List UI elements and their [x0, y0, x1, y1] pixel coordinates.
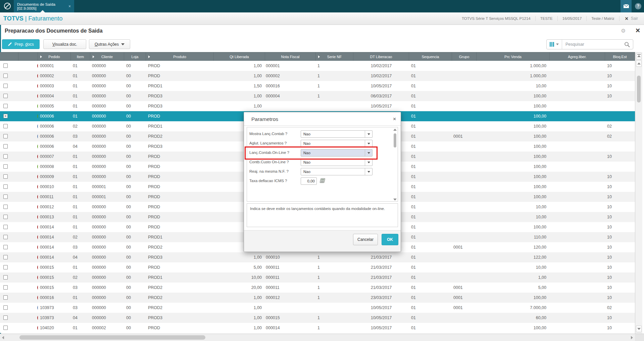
column-header-pedido[interactable]: Pedido — [38, 52, 71, 61]
table-row[interactable]: 0000040100000000PROD31,00000004106/03/20… — [0, 91, 635, 101]
row-checkbox[interactable] — [3, 144, 8, 148]
mail-button[interactable] — [621, 0, 632, 12]
row-checkbox[interactable]: ✕ — [3, 114, 8, 118]
row-checkbox[interactable] — [3, 74, 8, 78]
search-input[interactable] — [562, 42, 624, 47]
table-row[interactable]: 0000140400000000PROD31,00000010121/03/20… — [0, 252, 635, 262]
page-close-icon[interactable]: ✕ — [635, 27, 640, 34]
row-checkbox[interactable] — [3, 235, 8, 239]
column-header-produto[interactable]: Produto — [146, 52, 214, 61]
row-checkbox[interactable] — [3, 164, 8, 169]
cell — [452, 162, 477, 172]
row-checkbox[interactable] — [3, 265, 8, 269]
column-header-cliente[interactable]: Cliente — [90, 52, 124, 61]
param-combo[interactable]: Nao — [301, 140, 373, 147]
column-header-bloq-est[interactable]: Bloq.Est — [605, 52, 635, 61]
row-checkbox[interactable] — [3, 255, 8, 259]
cancel-button[interactable]: Cancelar — [353, 234, 378, 245]
row-checkbox[interactable] — [3, 154, 8, 159]
param-combo[interactable]: Nao — [301, 149, 373, 157]
column-header-nota-fiscal[interactable]: Nota Fiscal — [265, 52, 316, 61]
outras-acoes-button[interactable]: Outras Ações — [89, 39, 130, 49]
row-checkbox[interactable] — [3, 225, 8, 229]
combo-arrow-icon[interactable] — [365, 150, 372, 156]
column-header-blank-0[interactable] — [0, 52, 18, 61]
row-checkbox[interactable] — [3, 315, 8, 320]
table-row[interactable]: 0000050100000000PROD31,0010/05/201701100… — [0, 101, 635, 111]
row-checkbox[interactable] — [3, 174, 8, 179]
column-header-dt-liberacao[interactable]: DT Liberacao — [353, 52, 409, 61]
cell — [452, 81, 477, 91]
row-checkbox[interactable] — [3, 285, 8, 290]
vertical-scroll-thumb[interactable] — [637, 76, 641, 102]
parameters-panel: Mostra Lanç.Contab ?NaoAglut. Lançamento… — [247, 127, 398, 202]
visualiza-doc-button[interactable]: Visualiza doc. — [43, 39, 86, 49]
combo-arrow-icon[interactable] — [365, 159, 372, 166]
row-checkbox[interactable] — [3, 205, 8, 209]
column-header-serie-nf[interactable]: Serie NF — [316, 52, 353, 61]
search-icon[interactable] — [624, 42, 633, 47]
table-row[interactable]: 0000010100000000PROD1,00000001110/02/201… — [0, 61, 635, 71]
logout-button[interactable]: ✕ Sair — [619, 16, 641, 21]
table-row[interactable]: 0000160100000000PROD21,00000012123/03/20… — [0, 293, 635, 303]
scroll-up-button[interactable] — [636, 60, 642, 67]
cell: 01 — [409, 141, 452, 152]
row-checkbox[interactable] — [3, 195, 8, 199]
top-bar: Documentos de Saída [02.9.0005] × ? — [0, 0, 644, 12]
calculator-icon[interactable] — [319, 178, 326, 185]
prep-docs-button[interactable]: Prep. docs — [2, 39, 40, 49]
row-checkbox[interactable] — [3, 104, 8, 108]
horizontal-scroll-thumb[interactable] — [19, 335, 205, 340]
table-row[interactable]: 0000020100000000PROD1,00000002110/02/201… — [0, 71, 635, 81]
table-row[interactable]: 1040200100000200PROD1,00000014110/05/201… — [0, 323, 635, 333]
row-checkbox[interactable] — [3, 215, 8, 219]
tab-close-icon[interactable]: × — [68, 4, 71, 9]
help-button[interactable]: ? — [635, 3, 641, 9]
param-combo[interactable]: Nao — [301, 130, 373, 138]
param-combo[interactable]: Nao — [301, 168, 373, 175]
table-row[interactable]: 0000150200000000PROD110,00000011121/03/2… — [0, 272, 635, 283]
row-checkbox[interactable] — [3, 245, 8, 249]
row-checkbox[interactable] — [3, 124, 8, 128]
combo-arrow-icon[interactable] — [365, 131, 372, 137]
cell: 000011 — [265, 272, 316, 283]
dialog-close-icon[interactable]: × — [393, 116, 396, 122]
table-row[interactable]: 0000150300000000PROD220,00000011121/03/2… — [0, 283, 635, 293]
scroll-top-button[interactable] — [636, 53, 642, 59]
column-header-agreg-liber-[interactable]: Agreg.liber. — [550, 52, 605, 61]
table-row[interactable]: 0000150100000000PROD5,00000011121/03/201… — [0, 262, 635, 272]
row-checkbox[interactable] — [3, 305, 8, 310]
horizontal-scrollbar[interactable] — [0, 334, 635, 341]
arrow-down-icon — [637, 328, 641, 330]
row-checkbox[interactable] — [3, 184, 8, 189]
column-header-item[interactable]: Item — [71, 52, 90, 61]
cell: 103973 — [38, 303, 71, 313]
scroll-down-button[interactable] — [636, 326, 642, 332]
cell: 01 — [71, 81, 90, 91]
row-checkbox[interactable] — [3, 275, 8, 280]
combo-arrow-icon[interactable] — [365, 140, 372, 147]
column-header-sequencia[interactable]: Sequencia — [409, 52, 452, 61]
column-header-blank-1[interactable] — [18, 52, 38, 61]
row-checkbox[interactable] — [3, 326, 8, 330]
column-header-qt-liberada[interactable]: Qt Liberada — [214, 52, 265, 61]
param-input[interactable]: 0,00 — [301, 177, 317, 185]
row-checkbox[interactable] — [3, 134, 8, 138]
table-row[interactable]: 1039730300000000PROD21,0010/05/201701000… — [0, 303, 635, 313]
row-checkbox[interactable] — [3, 84, 8, 88]
row-checkbox[interactable] — [3, 94, 8, 98]
row-checkbox[interactable] — [3, 295, 8, 300]
param-combo[interactable]: Nao — [301, 159, 373, 166]
combo-arrow-icon[interactable] — [365, 168, 372, 175]
table-row[interactable]: 1039730400000000PROD31,00000015110/05/20… — [0, 313, 635, 323]
column-filter-button[interactable] — [547, 40, 562, 49]
column-header-loja[interactable]: Loja — [124, 52, 146, 61]
table-row[interactable]: 0000030100000000PROD11,50000016110/05/20… — [0, 81, 635, 91]
column-header-prc-venda[interactable]: Prc Venda — [477, 52, 550, 61]
vertical-scrollbar[interactable] — [635, 52, 642, 334]
row-checkbox[interactable] — [3, 63, 8, 68]
ok-button[interactable]: OK — [382, 234, 398, 245]
column-header-grupo[interactable]: Grupo — [452, 52, 477, 61]
cell: 01 — [409, 252, 452, 262]
gear-icon[interactable]: ⚙ — [621, 28, 626, 34]
